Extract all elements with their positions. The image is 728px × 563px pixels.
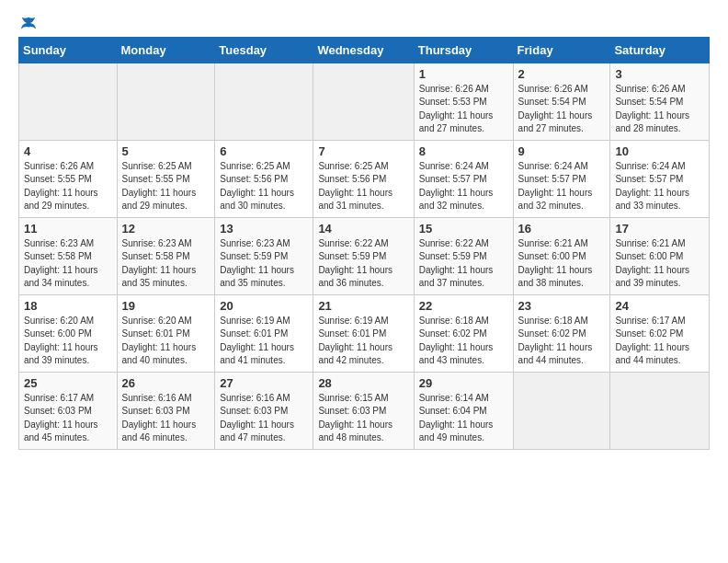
calendar-week-5: 25Sunrise: 6:17 AMSunset: 6:03 PMDayligh… — [19, 372, 710, 449]
day-number: 27 — [220, 376, 308, 390]
calendar-cell: 17Sunrise: 6:21 AMSunset: 6:00 PMDayligh… — [610, 217, 710, 294]
day-number: 7 — [318, 144, 408, 158]
day-info: Sunrise: 6:21 AMSunset: 6:00 PMDaylight:… — [615, 237, 704, 291]
calendar-cell: 29Sunrise: 6:14 AMSunset: 6:04 PMDayligh… — [414, 372, 513, 449]
day-number: 2 — [518, 67, 606, 81]
header-cell-wednesday: Wednesday — [313, 37, 414, 63]
day-info: Sunrise: 6:24 AMSunset: 5:57 PMDaylight:… — [419, 160, 508, 213]
day-number: 6 — [220, 144, 308, 158]
day-info: Sunrise: 6:26 AMSunset: 5:55 PMDaylight:… — [24, 160, 112, 213]
day-info: Sunrise: 6:19 AMSunset: 6:01 PMDaylight:… — [318, 315, 408, 368]
day-number: 17 — [615, 222, 704, 236]
day-number: 23 — [518, 299, 606, 313]
calendar-cell: 2Sunrise: 6:26 AMSunset: 5:54 PMDaylight… — [513, 63, 610, 140]
calendar-cell: 23Sunrise: 6:18 AMSunset: 6:02 PMDayligh… — [513, 294, 610, 372]
day-number: 9 — [518, 144, 606, 158]
calendar-cell: 8Sunrise: 6:24 AMSunset: 5:57 PMDaylight… — [414, 140, 513, 217]
day-info: Sunrise: 6:26 AMSunset: 5:54 PMDaylight:… — [518, 83, 606, 136]
calendar-table: SundayMondayTuesdayWednesdayThursdayFrid… — [18, 37, 710, 450]
day-info: Sunrise: 6:18 AMSunset: 6:02 PMDaylight:… — [518, 315, 606, 368]
day-info: Sunrise: 6:25 AMSunset: 5:56 PMDaylight:… — [318, 160, 408, 213]
calendar-body: 1Sunrise: 6:26 AMSunset: 5:53 PMDaylight… — [19, 63, 710, 449]
calendar-cell — [215, 63, 313, 140]
calendar-cell: 1Sunrise: 6:26 AMSunset: 5:53 PMDaylight… — [414, 63, 513, 140]
day-number: 8 — [419, 144, 508, 158]
header-cell-saturday: Saturday — [610, 37, 710, 63]
logo — [18, 15, 37, 29]
day-info: Sunrise: 6:23 AMSunset: 5:58 PMDaylight:… — [24, 237, 112, 291]
day-info: Sunrise: 6:20 AMSunset: 6:01 PMDaylight:… — [122, 315, 210, 368]
day-info: Sunrise: 6:20 AMSunset: 6:00 PMDaylight:… — [24, 315, 112, 368]
calendar-cell: 21Sunrise: 6:19 AMSunset: 6:01 PMDayligh… — [313, 294, 414, 372]
day-info: Sunrise: 6:19 AMSunset: 6:01 PMDaylight:… — [220, 315, 308, 368]
day-number: 28 — [318, 376, 408, 390]
logo-bird-icon — [20, 16, 37, 32]
day-info: Sunrise: 6:23 AMSunset: 5:58 PMDaylight:… — [122, 237, 210, 291]
day-info: Sunrise: 6:23 AMSunset: 5:59 PMDaylight:… — [220, 237, 308, 291]
calendar-cell: 10Sunrise: 6:24 AMSunset: 5:57 PMDayligh… — [610, 140, 710, 217]
calendar-cell: 28Sunrise: 6:15 AMSunset: 6:03 PMDayligh… — [313, 372, 414, 449]
calendar-header: SundayMondayTuesdayWednesdayThursdayFrid… — [19, 37, 710, 63]
day-info: Sunrise: 6:22 AMSunset: 5:59 PMDaylight:… — [318, 237, 408, 291]
calendar-cell: 9Sunrise: 6:24 AMSunset: 5:57 PMDaylight… — [513, 140, 610, 217]
calendar-cell: 18Sunrise: 6:20 AMSunset: 6:00 PMDayligh… — [19, 294, 118, 372]
calendar-cell: 15Sunrise: 6:22 AMSunset: 5:59 PMDayligh… — [414, 217, 513, 294]
day-number: 15 — [419, 222, 508, 236]
calendar-cell — [513, 372, 610, 449]
header-cell-sunday: Sunday — [19, 37, 118, 63]
calendar-cell: 4Sunrise: 6:26 AMSunset: 5:55 PMDaylight… — [19, 140, 118, 217]
calendar-cell: 25Sunrise: 6:17 AMSunset: 6:03 PMDayligh… — [19, 372, 118, 449]
calendar-cell: 19Sunrise: 6:20 AMSunset: 6:01 PMDayligh… — [117, 294, 215, 372]
calendar-cell: 24Sunrise: 6:17 AMSunset: 6:02 PMDayligh… — [610, 294, 710, 372]
day-number: 3 — [615, 67, 704, 81]
logo-text — [18, 15, 37, 33]
day-number: 10 — [615, 144, 704, 158]
day-number: 11 — [24, 222, 112, 236]
page-header — [18, 15, 710, 29]
calendar-week-1: 1Sunrise: 6:26 AMSunset: 5:53 PMDaylight… — [19, 63, 710, 140]
day-number: 25 — [24, 376, 112, 390]
day-number: 13 — [220, 222, 308, 236]
calendar-cell: 26Sunrise: 6:16 AMSunset: 6:03 PMDayligh… — [117, 372, 215, 449]
day-number: 18 — [24, 299, 112, 313]
calendar-cell: 6Sunrise: 6:25 AMSunset: 5:56 PMDaylight… — [215, 140, 313, 217]
day-info: Sunrise: 6:25 AMSunset: 5:56 PMDaylight:… — [220, 160, 308, 213]
day-number: 12 — [122, 222, 210, 236]
day-info: Sunrise: 6:24 AMSunset: 5:57 PMDaylight:… — [518, 160, 606, 213]
calendar-cell: 11Sunrise: 6:23 AMSunset: 5:58 PMDayligh… — [19, 217, 118, 294]
day-info: Sunrise: 6:15 AMSunset: 6:03 PMDaylight:… — [318, 392, 408, 445]
header-cell-tuesday: Tuesday — [215, 37, 313, 63]
calendar-week-3: 11Sunrise: 6:23 AMSunset: 5:58 PMDayligh… — [19, 217, 710, 294]
calendar-cell: 14Sunrise: 6:22 AMSunset: 5:59 PMDayligh… — [313, 217, 414, 294]
header-cell-monday: Monday — [117, 37, 215, 63]
calendar-cell — [313, 63, 414, 140]
calendar-week-4: 18Sunrise: 6:20 AMSunset: 6:00 PMDayligh… — [19, 294, 710, 372]
day-number: 22 — [419, 299, 508, 313]
calendar-cell — [19, 63, 118, 140]
day-info: Sunrise: 6:14 AMSunset: 6:04 PMDaylight:… — [419, 392, 508, 445]
day-info: Sunrise: 6:26 AMSunset: 5:54 PMDaylight:… — [615, 83, 704, 136]
calendar-cell: 22Sunrise: 6:18 AMSunset: 6:02 PMDayligh… — [414, 294, 513, 372]
day-info: Sunrise: 6:17 AMSunset: 6:03 PMDaylight:… — [24, 392, 112, 445]
day-number: 29 — [419, 376, 508, 390]
header-cell-friday: Friday — [513, 37, 610, 63]
day-number: 16 — [518, 222, 606, 236]
day-info: Sunrise: 6:16 AMSunset: 6:03 PMDaylight:… — [220, 392, 308, 445]
day-number: 14 — [318, 222, 408, 236]
day-number: 4 — [24, 144, 112, 158]
day-info: Sunrise: 6:24 AMSunset: 5:57 PMDaylight:… — [615, 160, 704, 213]
day-number: 5 — [122, 144, 210, 158]
calendar-cell: 12Sunrise: 6:23 AMSunset: 5:58 PMDayligh… — [117, 217, 215, 294]
calendar-cell: 27Sunrise: 6:16 AMSunset: 6:03 PMDayligh… — [215, 372, 313, 449]
day-number: 19 — [122, 299, 210, 313]
day-info: Sunrise: 6:21 AMSunset: 6:00 PMDaylight:… — [518, 237, 606, 291]
calendar-cell: 16Sunrise: 6:21 AMSunset: 6:00 PMDayligh… — [513, 217, 610, 294]
day-info: Sunrise: 6:18 AMSunset: 6:02 PMDaylight:… — [419, 315, 508, 368]
calendar-cell — [117, 63, 215, 140]
day-info: Sunrise: 6:26 AMSunset: 5:53 PMDaylight:… — [419, 83, 508, 136]
day-number: 26 — [122, 376, 210, 390]
day-info: Sunrise: 6:17 AMSunset: 6:02 PMDaylight:… — [615, 315, 704, 368]
header-row: SundayMondayTuesdayWednesdayThursdayFrid… — [19, 37, 710, 63]
header-cell-thursday: Thursday — [414, 37, 513, 63]
day-number: 20 — [220, 299, 308, 313]
